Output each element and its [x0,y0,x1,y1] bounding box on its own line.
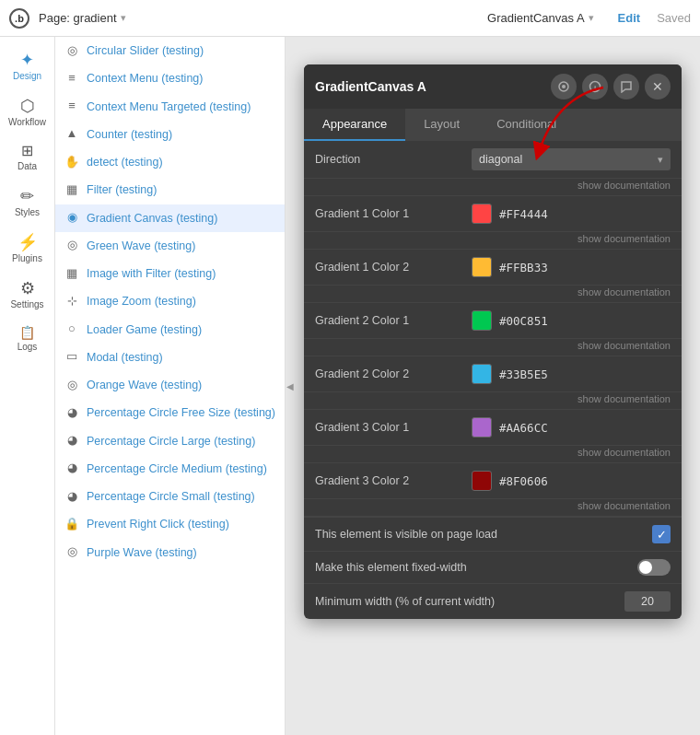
gradient2-color2-doc[interactable]: show documentation [304,392,682,410]
element-label: detect (testing) [87,155,163,169]
list-item[interactable]: ◕ Percentage Circle Medium (testing) [55,455,285,483]
collapse-handle[interactable]: ◀ [286,37,295,735]
gradient2-color2-label: Gradient 2 Color 2 [315,368,472,380]
element-label: Modal (testing) [87,350,163,365]
modal-content: Direction diagonal horizontal vertical r… [304,141,682,619]
min-width-input[interactable] [624,591,671,612]
settings-icon: ⚙ [20,280,35,297]
element-label: Circular Slider (testing) [87,43,204,58]
gradient2-color2-swatch[interactable] [472,364,492,384]
element-icon: ▦ [64,266,79,281]
list-item[interactable]: ≡ Context Menu (testing) [55,64,285,92]
element-icon: ◎ [64,378,79,392]
list-item-gradient-canvas[interactable]: ◉ Gradient Canvas (testing) [55,204,285,232]
list-item[interactable]: ✋ detect (testing) [55,148,285,176]
edit-button[interactable]: Edit [618,11,641,25]
direction-select[interactable]: diagonal horizontal vertical radial [472,148,671,170]
tab-conditional[interactable]: Conditional [478,109,575,141]
gradient1-color1-label: Gradient 1 Color 1 [315,207,472,220]
modal-icon-comment[interactable] [613,74,639,99]
sidebar-item-plugins[interactable]: ⚡ Plugins [0,227,54,271]
element-icon: ✋ [64,155,79,169]
gradient1-color1-value: #FF4444 [472,204,671,224]
sidebar-item-data[interactable]: ⊞ Data [0,136,54,179]
gradient3-color2-label: Gradient 3 Color 2 [315,474,472,487]
modal-icon-info[interactable]: i [582,74,608,99]
gradient2-color1-label: Gradient 2 Color 1 [315,314,472,327]
sidebar-item-logs[interactable]: 📋 Logs [0,319,54,359]
gradient3-color1-doc[interactable]: show documentation [304,446,682,463]
sidebar-item-design[interactable]: ✦ Design [0,44,54,88]
gradient1-color1-swatch[interactable] [472,204,492,224]
list-item[interactable]: ≡ Context Menu Targeted (testing) [55,93,285,121]
sidebar-item-settings[interactable]: ⚙ Settings [0,273,54,317]
gradient2-color1-swatch[interactable] [472,310,492,331]
list-item[interactable]: ◕ Percentage Circle Free Size (testing) [55,399,285,426]
design-icon: ✦ [20,52,34,68]
gradient1-color2-doc[interactable]: show documentation [304,286,682,303]
list-item[interactable]: ◎ Orange Wave (testing) [55,371,285,399]
list-item[interactable]: ◕ Percentage Circle Small (testing) [55,483,285,510]
sidebar-item-styles[interactable]: ✏ Styles [0,181,54,225]
page-dropdown-icon[interactable]: ▾ [121,12,126,24]
element-icon: ≡ [64,99,79,114]
canvas-selector[interactable]: GradientCanvas A ▾ [487,11,594,25]
gradient2-color1-value: #00C851 [472,310,671,331]
gradient1-color2-label: Gradient 1 Color 2 [315,261,472,274]
list-item[interactable]: ▦ Image with Filter (testing) [55,260,285,287]
element-label: Loader Game (testing) [87,322,202,337]
visible-on-load-row: This element is visible on page load ✓ [304,517,682,551]
checkmark-icon: ✓ [657,528,667,542]
topbar: .b Page: gradient ▾ GradientCanvas A ▾ E… [0,0,700,37]
list-item[interactable]: ◕ Percentage Circle Large (testing) [55,427,285,455]
gradient3-color2-swatch[interactable] [472,471,492,491]
modal-title: GradientCanvas A [315,79,426,94]
gradient1-color2-swatch[interactable] [472,257,492,277]
list-item[interactable]: ▦ Filter (testing) [55,176,285,204]
list-item[interactable]: ⊹ Image Zoom (testing) [55,287,285,315]
tab-appearance[interactable]: Appearance [304,109,405,141]
page-selector[interactable]: Page: gradient ▾ [39,11,126,25]
sidebar-item-workflow[interactable]: ⬡ Workflow [0,90,54,134]
element-icon: ▭ [64,350,79,365]
list-item[interactable]: ◎ Purple Wave (testing) [55,539,285,566]
gradient1-color2-row: Gradient 1 Color 2 #FFBB33 [304,250,682,286]
gradient3-color2-doc[interactable]: show documentation [304,499,682,517]
element-label: Context Menu (testing) [87,71,203,86]
modal-icon-bell[interactable] [551,74,577,99]
element-label: Purple Wave (testing) [87,545,197,560]
fixed-width-row: Make this element fixed-width [304,551,682,583]
canvas-dropdown-icon[interactable]: ▾ [589,12,594,24]
gradient3-color1-swatch[interactable] [472,417,492,438]
list-item[interactable]: ◎ Circular Slider (testing) [55,37,285,64]
panel-area: GradientCanvas A i ✕ Appear [295,37,700,735]
list-item[interactable]: 🔒 Prevent Right Click (testing) [55,510,285,538]
gradient3-color2-value: #8F0606 [472,471,671,491]
toggle-knob [639,561,652,574]
list-item[interactable]: ◎ Green Wave (testing) [55,232,285,260]
gradient2-color2-hex: #33B5E5 [499,368,548,381]
fixed-width-toggle[interactable] [637,559,671,576]
modal-close-button[interactable]: ✕ [645,74,671,99]
settings-label: Settings [10,299,43,309]
list-item[interactable]: ○ Loader Game (testing) [55,316,285,344]
gradient2-color2-value: #33B5E5 [472,364,671,384]
modal-panel: GradientCanvas A i ✕ Appear [304,64,682,619]
element-label: Percentage Circle Free Size (testing) [87,405,275,420]
gradient3-color1-label: Gradient 3 Color 1 [315,421,472,434]
element-label: Context Menu Targeted (testing) [87,99,251,114]
logs-label: Logs [18,342,38,352]
element-label: Percentage Circle Small (testing) [87,489,255,504]
gradient2-color1-doc[interactable]: show documentation [304,339,682,356]
list-item[interactable]: ▲ Counter (testing) [55,121,285,148]
gradient3-color2-row: Gradient 3 Color 2 #8F0606 [304,463,682,499]
canvas-label: GradientCanvas A [487,11,585,25]
tab-layout[interactable]: Layout [405,109,478,141]
gradient3-color1-hex: #AA66CC [499,421,548,435]
direction-doc[interactable]: show documentation [304,179,682,196]
list-item[interactable]: ▭ Modal (testing) [55,344,285,371]
gradient3-color2-hex: #8F0606 [499,474,548,488]
gradient1-color1-doc[interactable]: show documentation [304,232,682,250]
visible-on-load-checkbox[interactable]: ✓ [652,525,671,543]
gradient3-color1-value: #AA66CC [472,417,671,438]
